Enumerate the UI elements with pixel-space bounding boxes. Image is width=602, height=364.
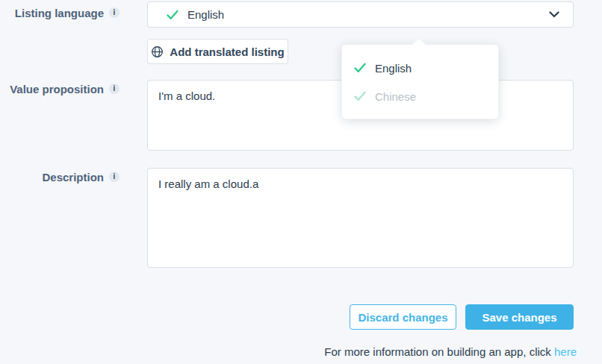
value-proposition-label: Value proposition (10, 83, 104, 95)
info-icon[interactable]: i (109, 172, 120, 182)
check-icon (354, 63, 366, 73)
listing-language-select[interactable]: English (147, 1, 574, 28)
language-menu-item-label: English (375, 62, 412, 75)
listing-language-label: Listing language (15, 7, 104, 19)
language-menu-item-chinese[interactable]: Chinese (342, 82, 498, 110)
info-icon[interactable]: i (109, 7, 120, 18)
language-menu-popup: English Chinese (341, 44, 499, 119)
check-icon-faded (354, 91, 366, 101)
footer-note: For more information on building an app,… (324, 345, 577, 358)
description-label: Description (42, 171, 104, 183)
info-icon[interactable]: i (109, 84, 120, 94)
check-icon (167, 10, 179, 20)
description-input[interactable]: I really am a cloud.a (147, 168, 574, 268)
popup-caret (412, 37, 426, 52)
listing-language-selected-value: English (187, 8, 549, 21)
listing-language-label-row: Listing language i (0, 5, 120, 20)
save-changes-button[interactable]: Save changes (465, 304, 574, 330)
language-menu-item-label: Chinese (375, 90, 416, 103)
footer-text: For more information on building an app,… (324, 345, 554, 358)
app-listing-form: Listing language i English Add translate… (0, 0, 602, 364)
globe-icon (151, 46, 164, 58)
add-translated-listing-button[interactable]: Add translated listing (147, 39, 288, 64)
description-label-row: Description i (0, 169, 120, 184)
value-proposition-label-row: Value proposition i (0, 81, 120, 96)
chevron-down-icon (549, 11, 559, 18)
discard-changes-button[interactable]: Discard changes (350, 304, 456, 330)
footer-here-link[interactable]: here (554, 345, 577, 358)
language-menu-item-english[interactable]: English (342, 54, 498, 82)
add-translated-listing-label: Add translated listing (170, 46, 284, 58)
